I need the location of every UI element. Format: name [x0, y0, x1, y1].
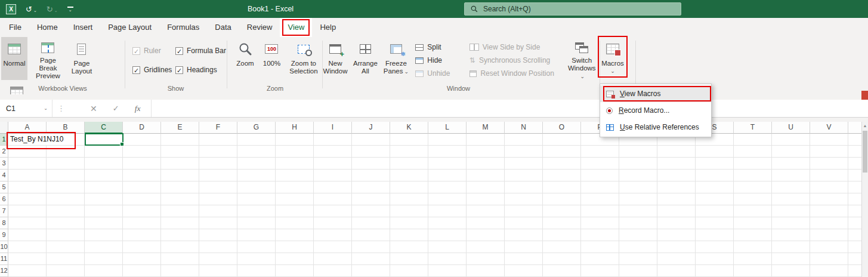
- cell-I11[interactable]: [314, 253, 352, 265]
- cell-M7[interactable]: [467, 205, 505, 217]
- column-header-M[interactable]: M: [467, 122, 505, 134]
- cell-O11[interactable]: [543, 253, 581, 265]
- cell-O6[interactable]: [543, 193, 581, 205]
- cell-P10[interactable]: [581, 241, 619, 253]
- cell-L9[interactable]: [428, 229, 467, 241]
- cell-C3[interactable]: [85, 158, 123, 170]
- column-header-C[interactable]: C: [85, 122, 123, 134]
- new-window-button[interactable]: New Window: [322, 37, 349, 80]
- cell-E2[interactable]: [161, 146, 199, 158]
- cell-N8[interactable]: [505, 217, 543, 229]
- cell-G6[interactable]: [237, 193, 276, 205]
- cell-K1[interactable]: [390, 134, 428, 146]
- cell-B2[interactable]: [47, 146, 85, 158]
- cell-U11[interactable]: [772, 253, 810, 265]
- insert-function-button[interactable]: fx: [135, 104, 141, 113]
- cell-B11[interactable]: [47, 253, 85, 265]
- cell-E7[interactable]: [161, 205, 199, 217]
- cell-M1[interactable]: [467, 134, 505, 146]
- cell-S7[interactable]: [696, 205, 734, 217]
- cell-J1[interactable]: [352, 134, 390, 146]
- cell-K3[interactable]: [390, 158, 428, 170]
- cell-R12[interactable]: [657, 265, 696, 277]
- enter-entry-button[interactable]: ✓: [113, 104, 119, 113]
- hide-button[interactable]: Hide: [413, 54, 451, 67]
- cell-N1[interactable]: [505, 134, 543, 146]
- column-header-E[interactable]: E: [161, 122, 199, 134]
- cell-T10[interactable]: [734, 241, 772, 253]
- zoom-100-button[interactable]: 100%: [260, 37, 283, 80]
- cell-R4[interactable]: [657, 170, 696, 181]
- cell-A7[interactable]: [8, 205, 47, 217]
- cell-C12[interactable]: [85, 265, 123, 277]
- cell-N10[interactable]: [505, 241, 543, 253]
- cell-B9[interactable]: [47, 229, 85, 241]
- cell-P7[interactable]: [581, 205, 619, 217]
- cell-C10[interactable]: [85, 241, 123, 253]
- cell-L8[interactable]: [428, 217, 467, 229]
- cell-M9[interactable]: [467, 229, 505, 241]
- cell-T3[interactable]: [734, 158, 772, 170]
- cell-O10[interactable]: [543, 241, 581, 253]
- tab-view[interactable]: View: [280, 18, 312, 37]
- cell-H6[interactable]: [276, 193, 314, 205]
- cell-S5[interactable]: [696, 181, 734, 193]
- cell-U3[interactable]: [772, 158, 810, 170]
- row-header-2[interactable]: 2: [0, 146, 8, 158]
- cell-K11[interactable]: [390, 253, 428, 265]
- normal-view-button[interactable]: Normal: [1, 37, 27, 80]
- cell-A6[interactable]: [8, 193, 47, 205]
- cell-E4[interactable]: [161, 170, 199, 181]
- cell-H11[interactable]: [276, 253, 314, 265]
- tab-insert[interactable]: Insert: [66, 18, 101, 37]
- cell-T7[interactable]: [734, 205, 772, 217]
- cell-J3[interactable]: [352, 158, 390, 170]
- row-header-5[interactable]: 5: [0, 181, 8, 193]
- cell-A4[interactable]: [8, 170, 47, 181]
- cell-T12[interactable]: [734, 265, 772, 277]
- cell-A8[interactable]: [8, 217, 47, 229]
- cell-G5[interactable]: [237, 181, 276, 193]
- cell-G11[interactable]: [237, 253, 276, 265]
- cell-B5[interactable]: [47, 181, 85, 193]
- cell-N12[interactable]: [505, 265, 543, 277]
- cell-Q4[interactable]: [619, 170, 657, 181]
- cell-D8[interactable]: [123, 217, 161, 229]
- cell-J12[interactable]: [352, 265, 390, 277]
- cell-K12[interactable]: [390, 265, 428, 277]
- cell-Q2[interactable]: [619, 146, 657, 158]
- cell-H12[interactable]: [276, 265, 314, 277]
- headings-checkbox[interactable]: Headings: [175, 66, 217, 74]
- column-header-K[interactable]: K: [390, 122, 428, 134]
- column-header-G[interactable]: G: [237, 122, 276, 134]
- name-box[interactable]: C1 ⌄: [0, 100, 52, 117]
- cell-A3[interactable]: [8, 158, 47, 170]
- cell-I3[interactable]: [314, 158, 352, 170]
- cell-R2[interactable]: [657, 146, 696, 158]
- menu-item-view-macros[interactable]: View Macros: [600, 85, 711, 102]
- select-all-corner[interactable]: [0, 122, 8, 134]
- menu-item-record-macro[interactable]: Record Macro...: [600, 102, 711, 119]
- cell-V1[interactable]: [810, 134, 848, 146]
- cell-L12[interactable]: [428, 265, 467, 277]
- cell-J10[interactable]: [352, 241, 390, 253]
- cell-R11[interactable]: [657, 253, 696, 265]
- cell-E6[interactable]: [161, 193, 199, 205]
- cell-K6[interactable]: [390, 193, 428, 205]
- cell-E12[interactable]: [161, 265, 199, 277]
- cell-R7[interactable]: [657, 205, 696, 217]
- column-header-J[interactable]: J: [352, 122, 390, 134]
- cell-S12[interactable]: [696, 265, 734, 277]
- column-header-H[interactable]: H: [276, 122, 314, 134]
- cell-F9[interactable]: [199, 229, 237, 241]
- cell-V10[interactable]: [810, 241, 848, 253]
- cell-E5[interactable]: [161, 181, 199, 193]
- cell-V12[interactable]: [810, 265, 848, 277]
- cell-U2[interactable]: [772, 146, 810, 158]
- cell-B7[interactable]: [47, 205, 85, 217]
- cell-I9[interactable]: [314, 229, 352, 241]
- cell-P8[interactable]: [581, 217, 619, 229]
- cell-U10[interactable]: [772, 241, 810, 253]
- cell-B6[interactable]: [47, 193, 85, 205]
- column-header-D[interactable]: D: [123, 122, 161, 134]
